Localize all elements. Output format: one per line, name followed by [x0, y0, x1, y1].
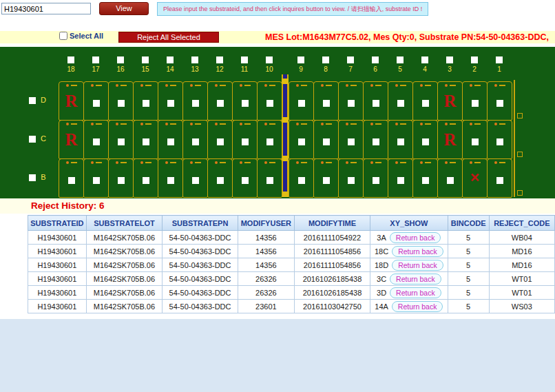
die-checkbox-14C[interactable]: [167, 138, 174, 145]
die-checkbox-15D[interactable]: [143, 100, 149, 107]
die-checkbox-2D[interactable]: [472, 100, 479, 107]
view-button[interactable]: View: [99, 2, 149, 15]
column-checkbox-3[interactable]: [446, 56, 453, 63]
die-checkbox-13B[interactable]: [192, 177, 199, 184]
die-checkbox-13C[interactable]: [192, 138, 199, 145]
die-cell-2B: ✕: [462, 158, 488, 198]
xy-coordinate: 3A: [377, 234, 386, 242]
die-checkbox-11C[interactable]: [242, 138, 249, 145]
die-checkbox-5D[interactable]: [397, 100, 404, 107]
column-checkbox-18[interactable]: [67, 56, 74, 63]
column-checkbox-7[interactable]: [347, 56, 354, 63]
die-checkbox-8B[interactable]: [323, 177, 330, 184]
die-checkbox-10C[interactable]: [266, 138, 273, 145]
die-checkbox-12B[interactable]: [217, 177, 224, 184]
die-checkbox-9C[interactable]: [298, 138, 305, 145]
column-checkbox-15[interactable]: [142, 56, 149, 63]
column-checkbox-9[interactable]: [297, 56, 304, 63]
die-checkbox-6C[interactable]: [373, 138, 379, 145]
column-checkbox-4[interactable]: [421, 56, 428, 63]
die-cell-13C: [182, 120, 208, 159]
reject-all-selected-button[interactable]: Reject All Selected: [118, 32, 219, 43]
die-cell-7B: [338, 158, 364, 198]
column-checkbox-1[interactable]: [496, 56, 503, 63]
column-checkbox-17[interactable]: [92, 56, 99, 63]
die-checkbox-7C[interactable]: [348, 138, 355, 145]
column-checkbox-16[interactable]: [117, 56, 124, 63]
die-checkbox-14B[interactable]: [167, 177, 174, 184]
die-checkbox-14D[interactable]: [167, 100, 174, 107]
return-back-button[interactable]: Return back: [390, 232, 441, 243]
column-label-10: 10: [257, 65, 282, 73]
die-checkbox-4B[interactable]: [422, 177, 429, 184]
die-checkbox-10B[interactable]: [266, 177, 273, 184]
column-checkbox-2[interactable]: [471, 56, 478, 63]
reject-mark-3C: R: [438, 130, 462, 147]
die-checkbox-8D[interactable]: [323, 100, 330, 107]
die-checkbox-1D[interactable]: [496, 100, 503, 107]
column-checkbox-13[interactable]: [191, 56, 198, 63]
die-checkbox-4D[interactable]: [422, 100, 429, 107]
cell-bincode: 5: [448, 231, 489, 245]
die-checkbox-12D[interactable]: [217, 100, 224, 107]
select-all[interactable]: Select All: [59, 32, 103, 40]
row-checkbox-B[interactable]: [29, 174, 36, 181]
die-checkbox-9D[interactable]: [298, 100, 305, 107]
return-back-button[interactable]: Return back: [390, 287, 441, 298]
die-cell-1D: [487, 81, 512, 121]
substrate-id-input[interactable]: [1, 3, 91, 14]
column-checkbox-12[interactable]: [216, 56, 223, 63]
column-label-13: 13: [182, 65, 207, 73]
select-all-checkbox[interactable]: [59, 32, 67, 40]
die-checkbox-16B[interactable]: [118, 177, 125, 184]
return-back-button[interactable]: Return back: [390, 274, 441, 285]
column-checkbox-5[interactable]: [397, 56, 404, 63]
map-center-divider: [282, 74, 289, 197]
return-back-button[interactable]: Return back: [392, 246, 443, 257]
row-checkbox-D[interactable]: [29, 97, 36, 104]
column-checkbox-10[interactable]: [266, 56, 273, 63]
die-checkbox-5C[interactable]: [397, 138, 404, 145]
die-checkbox-6B[interactable]: [373, 177, 379, 184]
die-checkbox-1B[interactable]: [496, 177, 503, 184]
die-checkbox-15B[interactable]: [143, 177, 149, 184]
die-checkbox-1C[interactable]: [496, 138, 503, 145]
die-checkbox-15C[interactable]: [143, 138, 149, 145]
die-checkbox-8C[interactable]: [323, 138, 330, 145]
die-cell-9B: [289, 158, 314, 198]
die-checkbox-11B[interactable]: [242, 177, 249, 184]
die-checkbox-17C[interactable]: [93, 138, 100, 145]
die-checkbox-9B[interactable]: [298, 177, 305, 184]
column-checkbox-14[interactable]: [167, 56, 174, 63]
die-checkbox-7D[interactable]: [348, 100, 355, 107]
cell-substratelot: M1642SK705B.06: [86, 245, 162, 258]
die-checkbox-17D[interactable]: [93, 100, 100, 107]
column-checkbox-6[interactable]: [372, 56, 379, 63]
die-cell-17C: [83, 120, 109, 159]
die-checkbox-3B[interactable]: [447, 177, 454, 184]
die-checkbox-17B[interactable]: [93, 177, 100, 184]
row-checkbox-C[interactable]: [29, 136, 36, 143]
fiducial-marker: [165, 161, 176, 164]
column-checkbox-11[interactable]: [241, 56, 248, 63]
die-checkbox-4C[interactable]: [422, 138, 429, 145]
die-checkbox-12C[interactable]: [217, 138, 224, 145]
die-checkbox-5B[interactable]: [397, 177, 404, 184]
die-checkbox-7B[interactable]: [348, 177, 355, 184]
die-checkbox-16C[interactable]: [118, 138, 125, 145]
die-cell-12D: [207, 81, 233, 121]
die-checkbox-2C[interactable]: [472, 138, 479, 145]
die-cell-18D: R: [59, 81, 84, 121]
xy-coordinate: 3C: [377, 275, 386, 283]
die-checkbox-16D[interactable]: [118, 100, 125, 107]
return-back-button[interactable]: Return back: [392, 260, 443, 271]
die-checkbox-13D[interactable]: [192, 100, 199, 107]
die-checkbox-10D[interactable]: [266, 100, 273, 107]
return-back-button[interactable]: Return back: [392, 301, 443, 312]
cell-reject_code: MD16: [489, 258, 554, 272]
die-checkbox-18B[interactable]: [68, 177, 75, 184]
die-checkbox-6D[interactable]: [373, 100, 379, 107]
column-checkbox-8[interactable]: [322, 56, 329, 63]
die-checkbox-11D[interactable]: [242, 100, 249, 107]
column-header-substratepn: SUBSTRATEPN: [163, 216, 238, 231]
